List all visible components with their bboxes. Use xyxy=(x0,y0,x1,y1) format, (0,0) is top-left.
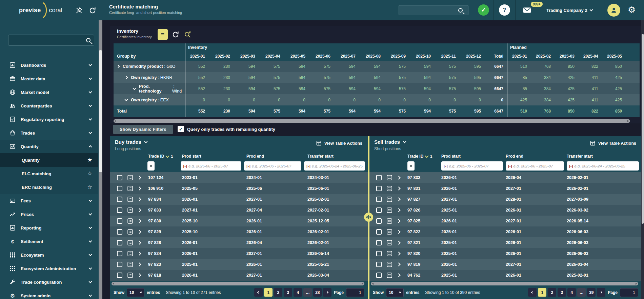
sidebar-item-quantity[interactable]: Quantity xyxy=(0,140,98,153)
month-header[interactable]: 2025-05 xyxy=(286,54,311,59)
row-expand-icon[interactable] xyxy=(137,186,141,190)
buy-page-button-4[interactable]: 4 xyxy=(294,288,302,297)
buy-page-button-3[interactable]: 3 xyxy=(284,288,292,297)
row-details-icon[interactable] xyxy=(386,261,393,267)
show-dynamic-filters-button[interactable]: Show Dynamic Filters xyxy=(113,125,173,134)
buy-view-table-actions[interactable]: View Table Actions xyxy=(316,140,362,146)
row-details-icon[interactable] xyxy=(386,251,393,257)
row-expand-icon[interactable] xyxy=(137,208,141,212)
sell-trades-title[interactable]: Sell trades xyxy=(374,139,406,145)
sell-trade-id-filter[interactable]: = xyxy=(407,161,415,171)
planned-month-header[interactable]: 2025-05 xyxy=(602,54,626,59)
row-details-icon[interactable] xyxy=(127,251,133,257)
sort-descending-icon[interactable] xyxy=(166,154,169,158)
buy-table-row[interactable]: 97 8232025-012026-012025-05-21 xyxy=(110,259,368,270)
sell-view-table-actions[interactable]: View Table Actions xyxy=(590,140,636,146)
buy-page-button-28[interactable]: 28 xyxy=(313,288,322,297)
month-header[interactable]: 2025-09 xyxy=(386,54,411,59)
row-expand-icon[interactable] xyxy=(397,241,400,244)
month-header[interactable]: 2025-06 xyxy=(311,54,336,59)
sell-page-button-1[interactable]: 1 xyxy=(538,288,546,297)
buy-table-row[interactable]: 106 9102025-052025-062025-06-01 xyxy=(110,183,368,194)
row-checkbox[interactable] xyxy=(117,197,122,202)
sidebar-item-ecosystem[interactable]: Ecosystem xyxy=(0,248,98,262)
row-details-icon[interactable] xyxy=(127,240,133,246)
sidebar-item-trades[interactable]: Trades xyxy=(0,126,98,140)
sidebar-item-fees[interactable]: Fees xyxy=(0,194,98,207)
row-details-icon[interactable] xyxy=(127,272,133,278)
planned-month-header[interactable]: 2025-02 xyxy=(531,54,555,59)
buy-page-input[interactable] xyxy=(346,288,364,297)
sell-column-prod-start[interactable]: Prod start xyxy=(441,154,506,159)
buy-trades-title[interactable]: Buy trades xyxy=(115,139,147,145)
total-header[interactable]: Total xyxy=(486,54,507,59)
row-checkbox[interactable] xyxy=(376,240,382,245)
chevron-down-icon[interactable] xyxy=(125,98,128,101)
sidebar-item-regulatory-reporting[interactable]: Regulatory reporting xyxy=(0,113,98,126)
inventory-horizontal-scrollbar[interactable] xyxy=(114,119,630,123)
month-header[interactable]: 2025-03 xyxy=(236,54,261,59)
row-details-icon[interactable] xyxy=(127,175,133,181)
row-details-icon[interactable] xyxy=(386,218,393,224)
row-details-icon[interactable] xyxy=(386,196,393,202)
sell-table-row[interactable]: 84 7622025-012026-012025-02-01 xyxy=(369,270,642,281)
row-checkbox[interactable] xyxy=(376,262,382,267)
row-checkbox[interactable] xyxy=(376,186,382,191)
row-details-icon[interactable] xyxy=(127,229,133,235)
month-header[interactable]: 2025-11 xyxy=(436,54,461,59)
buy-page-ellipsis[interactable]: … xyxy=(303,288,312,297)
row-expand-icon[interactable] xyxy=(397,262,400,266)
sidebar-search[interactable] xyxy=(8,35,94,46)
row-expand-icon[interactable] xyxy=(137,219,141,223)
sell-table-row[interactable]: 97 8312026-012027-012026-02-01 xyxy=(369,183,642,194)
planned-month-header[interactable]: 2025-01 xyxy=(507,54,531,59)
row-checkbox[interactable] xyxy=(117,251,122,256)
buy-table-row[interactable]: 97 8282026-012026-042026-02-01 xyxy=(110,237,368,248)
buy-prod-start-filter[interactable]: [-]e.g. 2025-06 - 2025-07 xyxy=(181,161,241,171)
sell-table-row[interactable]: 97 8202025-012026-012026-06-03 xyxy=(369,248,642,259)
row-expand-icon[interactable] xyxy=(137,176,141,179)
row-expand-icon[interactable] xyxy=(397,230,400,234)
inventory-menu-button[interactable]: = xyxy=(158,29,168,40)
sidebar-item-settlement[interactable]: €Settlement xyxy=(0,235,98,248)
row-checkbox[interactable] xyxy=(376,175,382,180)
sidebar-item-dashboards[interactable]: Dashboards xyxy=(0,58,98,72)
inventory-group-row[interactable]: Own registry : EEX0000000000000425384425… xyxy=(114,94,640,105)
buy-transfer-start-filter[interactable]: [-]e.g. 2025-06-24 - 2025-06-25 xyxy=(304,161,365,171)
sell-page-button-2[interactable]: 2 xyxy=(548,288,556,297)
pin-off-icon[interactable] xyxy=(75,7,83,14)
row-expand-icon[interactable] xyxy=(397,219,400,223)
sell-table-row[interactable]: 97 8322026-012026-042026-02-01 xyxy=(369,172,642,183)
sidebar-item-prices[interactable]: Prices xyxy=(0,207,98,221)
row-details-icon[interactable] xyxy=(386,272,393,278)
buy-horizontal-scrollbar[interactable] xyxy=(112,282,364,285)
row-expand-icon[interactable] xyxy=(397,186,400,190)
sell-table-row[interactable]: 97 8252026-012027-012026-05-14 xyxy=(369,216,642,226)
sell-prod-end-filter[interactable]: [-]e.g. 2025-06 - 2025-07 xyxy=(506,161,564,171)
refresh-icon[interactable] xyxy=(89,7,96,14)
sell-column-transfer-start[interactable]: Transfer start xyxy=(567,154,642,159)
sell-prev-page-button[interactable] xyxy=(528,288,537,297)
row-expand-icon[interactable] xyxy=(137,230,141,234)
row-checkbox[interactable] xyxy=(117,240,122,245)
row-expand-icon[interactable] xyxy=(137,273,141,277)
month-header[interactable]: 2025-12 xyxy=(461,54,486,59)
remaining-quantity-checkbox[interactable]: ✓ xyxy=(178,126,184,132)
sidebar-item-master-data[interactable]: Master data xyxy=(0,72,98,85)
buy-table-row[interactable]: 97 8182026-012027-012026-03-04 xyxy=(110,270,368,281)
buy-column-transfer-start[interactable]: Transfer start xyxy=(307,154,368,159)
sort-descending-icon[interactable] xyxy=(425,154,429,158)
sell-table-row[interactable]: 97 8212025-012026-012026-06-03 xyxy=(369,237,642,248)
row-details-icon[interactable] xyxy=(386,240,393,246)
sell-page-ellipsis[interactable]: … xyxy=(577,288,586,297)
sidebar-item-trade-configuration[interactable]: Trade configuration xyxy=(0,275,98,289)
row-expand-icon[interactable] xyxy=(137,262,141,266)
status-check-icon[interactable]: ✓ xyxy=(478,4,489,16)
buy-prev-page-button[interactable] xyxy=(254,288,263,297)
month-header[interactable]: 2025-01 xyxy=(185,54,210,59)
sidebar-item-system-admin[interactable]: ⚙System admin xyxy=(0,289,98,299)
scrollbar-thumb[interactable] xyxy=(99,50,102,172)
planned-month-header[interactable]: 2025-03 xyxy=(555,54,579,59)
row-expand-icon[interactable] xyxy=(397,252,400,255)
row-details-icon[interactable] xyxy=(127,261,133,267)
